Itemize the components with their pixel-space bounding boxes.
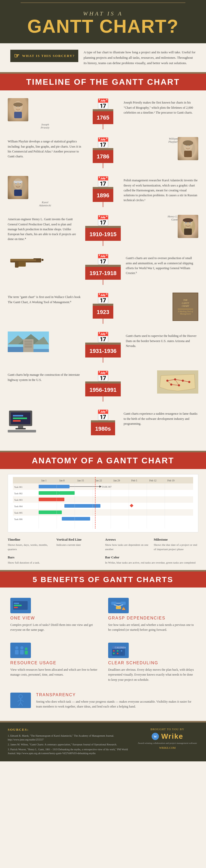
timeline-desc-1931: Gantt charts used to supervise the build… [126, 334, 198, 348]
anatomy-label-redline-title: Vertical Red Line [57, 537, 101, 542]
timeline-entry-1980s: 📅 1980s Gantt charts experience a sudden… [8, 409, 198, 435]
svg-text:Jan 22: Jan 22 [95, 479, 102, 482]
wrike-logo-text: Wrike [161, 732, 183, 741]
timeline-desc-1923: The term "gantt chart" is first used in … [8, 294, 82, 305]
brought-by-label: Brought to you by [136, 727, 198, 731]
timeline-section-header: Timeline of the Gantt Chart [0, 74, 206, 90]
calendar-icon-1910: 📅 [97, 215, 109, 227]
anatomy-label-barcolor-title: Bar Color [105, 555, 198, 559]
portrait-priestley [8, 98, 28, 121]
svg-rect-111 [14, 605, 22, 606]
svg-rect-23 [14, 190, 22, 196]
timeline-right-1980s: Gantt charts experience a sudden resurge… [124, 409, 198, 435]
calendar-icon-1917: 📅 [97, 254, 109, 266]
timeline-entry-1917: 📅 1917-1918 Gantt's charts are used to o… [8, 254, 198, 285]
timeline-right-1956 [126, 370, 198, 402]
benefit-dependencies-title: Grasp Dependencies [108, 616, 165, 620]
timeline-entry-1923: THEGANTTCHART A Working Tool of Manageme… [8, 292, 198, 324]
wrike-logo-icon: W [151, 733, 159, 740]
svg-rect-68 [8, 430, 36, 432]
svg-text:Task 001: Task 001 [14, 486, 23, 488]
benefit-scheduling-desc: Deadlines are obvious. Every delay moves… [108, 668, 196, 682]
svg-point-29 [190, 222, 191, 223]
svg-rect-7 [14, 112, 22, 118]
benefit-scheduling-title: Clear Scheduling [108, 661, 158, 665]
source-1: 1. Edwark R. Marsh, "The Harmonogram of … [8, 734, 131, 742]
svg-point-6 [13, 102, 23, 106]
timeline-right-1786: WilliamPlayfair [124, 137, 198, 168]
svg-text:Task 006: Task 006 [14, 518, 23, 521]
svg-text:TASK 007: TASK 007 [102, 486, 112, 488]
timeline-entry-1931: 📅 1931-1936 Gantt charts used to supervi… [8, 332, 198, 363]
svg-point-28 [185, 222, 186, 223]
svg-point-135 [117, 650, 118, 652]
footer: Sources: 1. Edwark R. Marsh, "The Harmon… [0, 722, 206, 762]
dependencies-icon-box: ! [108, 598, 129, 613]
svg-rect-92 [59, 491, 75, 495]
benefits-grid: One View Complex project! Lots of tasks?… [0, 588, 206, 721]
svg-text:Feb 12: Feb 12 [149, 479, 157, 482]
transparency-icon-container [10, 692, 31, 711]
svg-rect-33 [10, 259, 36, 261]
svg-rect-115 [116, 606, 121, 609]
benefit-resource-title: Resource Usage [10, 661, 57, 665]
transparency-text: Transparency Seeing who does which task … [36, 692, 196, 709]
benefit-transparency-title: Transparency [36, 692, 196, 697]
sources-box: Sources: 1. Edwark R. Marsh, "The Harmon… [8, 727, 131, 756]
svg-rect-93 [39, 498, 64, 501]
benefits-header: 5 Benefits of Gantt Charts [0, 571, 206, 588]
timeline-entry-1956: 📅 1956-1991 Gantt charts help manage the… [8, 370, 198, 402]
timeline-center-1765: 📅 1765 [88, 98, 118, 129]
svg-rect-31 [184, 228, 192, 235]
svg-rect-43 [25, 341, 32, 343]
anatomy-content: Jan 1 Jan 8 Jan 15 Jan 22 Jan 29 Feb 5 F… [0, 469, 206, 570]
benefit-one-view: One View Complex project! Lots of tasks?… [5, 593, 103, 638]
svg-point-137 [113, 653, 114, 654]
benefit-resource-desc: View which resources have been allocated… [10, 668, 98, 677]
svg-line-117 [114, 605, 118, 606]
timeline-left-1923: The term "gantt chart" is first used in … [8, 292, 82, 324]
timeline-center-1917: 📅 1917-1918 [85, 254, 121, 285]
anatomy-label-redline: Vertical Red Line Indicates current date [57, 537, 101, 551]
benefit-one-view-desc: Complex project! Lots of tasks? Distill … [10, 623, 98, 632]
calendar-icon-1923: 📅 [97, 292, 109, 305]
svg-rect-114 [121, 602, 126, 605]
timeline-desc-1910: American engineer Henry L. Gantt invents… [8, 217, 80, 242]
svg-rect-90 [39, 485, 70, 488]
source-3: 3. Patrick Weaver, "Henry L. Gantt, 1861… [8, 747, 131, 755]
anatomy-labels: Timeline Shows hours, days, weeks, month… [8, 537, 198, 565]
timeline-right-1931: Gantt charts used to supervise the build… [126, 332, 198, 363]
svg-rect-22 [14, 181, 23, 183]
year-badge-1917: 1917-1918 [85, 267, 121, 280]
svg-point-134 [113, 650, 114, 652]
timeline-left-1765: JosephPriestly [8, 98, 82, 129]
intro-text: A type of bar chart to illustrate how lo… [83, 50, 196, 66]
calendar-icon-1931: 📅 [97, 332, 109, 344]
svg-rect-95 [39, 510, 62, 514]
timeline-right-1765: Joseph Priestly makes the first known ba… [124, 98, 198, 129]
timeline-desc-1956: Gantt charts help manage the constructio… [8, 372, 80, 382]
timeline-center-1980s: 📅 1980s [88, 409, 118, 435]
svg-rect-34 [33, 258, 41, 259]
page-title: Gantt Chart? [10, 17, 196, 35]
computer-image [8, 409, 39, 432]
anatomy-label-redline-desc: Indicates current date [57, 543, 101, 547]
map-image [157, 370, 198, 394]
timeline-entry-1896: KarolAdamiecki 📅 1896 Polish management … [8, 176, 198, 207]
timeline-left-1956: Gantt charts help manage the constructio… [8, 370, 80, 402]
sources-title: Sources: [8, 727, 131, 732]
timeline-center-1910: 📅 1910-1915 [85, 215, 121, 246]
benefit-one-view-title: One View [10, 616, 35, 620]
timeline-title: Timeline of the Gantt Chart [5, 77, 201, 87]
svg-rect-36 [15, 261, 19, 268]
svg-text:!: ! [123, 607, 124, 610]
anatomy-header: Anatomy of a Gantt Chart [0, 452, 206, 469]
svg-rect-113 [111, 602, 116, 605]
svg-line-143 [19, 703, 21, 706]
svg-rect-110 [14, 603, 19, 604]
svg-text:Feb 5: Feb 5 [131, 479, 137, 482]
anatomy-title: Anatomy of a Gantt Chart [5, 456, 201, 465]
benefits-title: 5 Benefits of Gantt Charts [5, 575, 201, 584]
timeline-entry-1910: Henry L.Gantt 📅 1910-1915 American engin… [8, 215, 198, 246]
svg-rect-47 [33, 349, 49, 352]
